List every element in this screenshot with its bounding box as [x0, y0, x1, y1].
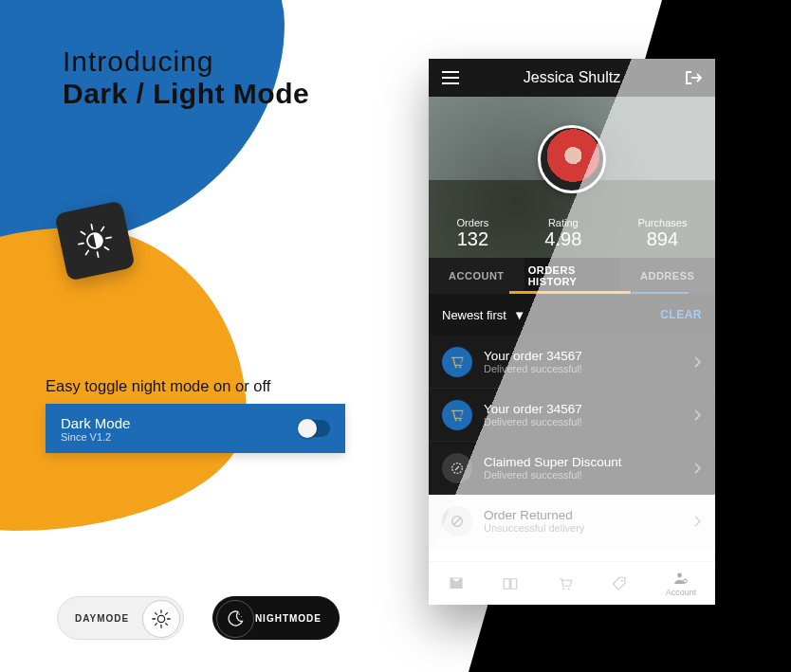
- nav-inbox[interactable]: [448, 575, 465, 592]
- chevron-right-icon: [694, 356, 702, 368]
- toggle-since: Since V1.2: [61, 431, 130, 443]
- sort-row: Newest first ▼ CLEAR: [429, 294, 715, 336]
- order-row[interactable]: Claimed Super DiscountDelivered successf…: [429, 442, 715, 495]
- bg-blob-blue: [0, 0, 285, 246]
- svg-point-33: [677, 573, 682, 578]
- svg-line-17: [166, 613, 168, 615]
- tab-orders-history[interactable]: ORDERS HISTORY: [524, 258, 620, 294]
- chevron-right-icon: [694, 516, 702, 527]
- order-row[interactable]: Order ReturnedUnsuccessful delivery: [429, 495, 715, 548]
- tab-address[interactable]: ADDRESS: [619, 258, 715, 294]
- stat-orders-label: Orders: [457, 217, 489, 228]
- chevron-right-icon: [694, 409, 702, 421]
- stat-purchases-value: 894: [637, 228, 687, 250]
- switch-knob: [298, 419, 317, 438]
- svg-point-34: [684, 579, 687, 582]
- dark-mode-toggle-row[interactable]: Dark Mode Since V1.2: [46, 404, 345, 453]
- svg-point-9: [157, 615, 164, 622]
- order-row[interactable]: Your order 34567Delivered successful!: [429, 389, 715, 442]
- svg-point-24: [459, 366, 461, 368]
- svg-point-30: [562, 588, 564, 590]
- block-icon: [442, 506, 472, 536]
- profile-tabs: ACCOUNT ORDERS HISTORY ADDRESS: [429, 258, 715, 294]
- svg-line-4: [81, 231, 84, 235]
- sort-dropdown[interactable]: Newest first ▼: [442, 308, 525, 322]
- phone-mockup: Jessica Shultz Orders 132 Rating 4.98 Pu…: [429, 59, 715, 605]
- nav-book[interactable]: [502, 575, 519, 592]
- moon-icon: [216, 600, 254, 638]
- stat-rating-label: Rating: [544, 217, 581, 228]
- order-row[interactable]: Your order 34567Delivered successful!: [429, 336, 715, 389]
- sun-icon: [142, 600, 180, 638]
- stat-rating: Rating 4.98: [544, 217, 581, 250]
- stat-orders-value: 132: [457, 228, 489, 250]
- svg-point-23: [455, 366, 457, 368]
- stat-rating-value: 4.98: [544, 228, 581, 250]
- tab-underline-active: [509, 291, 631, 294]
- profile-stats: Orders 132 Rating 4.98 Purchases 894: [429, 217, 715, 250]
- svg-line-1: [98, 252, 99, 257]
- dark-mode-switch[interactable]: [298, 420, 330, 437]
- hamburger-icon[interactable]: [442, 71, 459, 84]
- svg-line-7: [101, 227, 104, 230]
- nightmode-label: NIGHTMODE: [255, 613, 322, 624]
- svg-line-0: [91, 225, 92, 229]
- order-title: Your order 34567: [484, 349, 582, 363]
- svg-point-25: [455, 419, 457, 421]
- svg-point-31: [567, 588, 569, 590]
- svg-line-3: [106, 237, 111, 238]
- svg-line-2: [79, 244, 83, 245]
- cart-icon: [442, 400, 472, 430]
- svg-line-16: [156, 624, 157, 626]
- svg-line-15: [166, 624, 168, 626]
- cart-icon: [442, 347, 472, 377]
- svg-line-5: [104, 246, 108, 250]
- brightness-tile-icon: [54, 200, 135, 281]
- clear-button[interactable]: CLEAR: [660, 308, 702, 321]
- tab-account[interactable]: ACCOUNT: [429, 258, 524, 294]
- svg-line-29: [453, 518, 461, 525]
- nav-account-label: Account: [666, 588, 697, 597]
- avatar[interactable]: [538, 125, 606, 193]
- brightness-icon: [71, 217, 119, 264]
- heading-line1: Introducing: [63, 45, 309, 78]
- svg-point-18: [239, 613, 240, 614]
- toggle-label: Dark Mode: [61, 415, 130, 431]
- order-title: Your order 34567: [484, 402, 582, 416]
- order-sub: Unsuccessful delivery: [484, 522, 584, 534]
- toggle-subtitle: Easy toggle night mode on or off: [46, 377, 270, 395]
- svg-line-6: [85, 250, 89, 254]
- svg-point-19: [241, 616, 242, 617]
- order-sub: Delivered successful!: [484, 363, 582, 374]
- nav-cart[interactable]: [557, 575, 574, 592]
- chevron-right-icon: [694, 463, 702, 474]
- order-title: Order Returned: [484, 508, 584, 522]
- sort-label: Newest first: [442, 308, 506, 322]
- order-sub: Delivered successful!: [484, 416, 582, 427]
- profile-hero: Orders 132 Rating 4.98 Purchases 894: [429, 97, 715, 258]
- tab-underline-secondary: [632, 292, 689, 294]
- bottom-nav: Account: [429, 561, 715, 605]
- stat-orders: Orders 132: [457, 217, 489, 250]
- app-bar: Jessica Shultz: [429, 59, 715, 97]
- discount-icon: [442, 453, 472, 483]
- order-title: Claimed Super Discount: [484, 455, 622, 469]
- stat-purchases: Purchases 894: [637, 217, 687, 250]
- page-heading: Introducing Dark / Light Mode: [63, 45, 309, 110]
- order-sub: Delivered successful!: [484, 469, 622, 481]
- nav-tag[interactable]: [611, 575, 628, 592]
- nightmode-pill[interactable]: NIGHTMODE: [212, 596, 340, 640]
- svg-line-14: [156, 613, 157, 615]
- daymode-label: DAYMODE: [75, 613, 129, 624]
- stat-purchases-label: Purchases: [637, 217, 687, 228]
- svg-point-32: [621, 580, 623, 582]
- daymode-pill[interactable]: DAYMODE: [57, 596, 184, 640]
- logout-icon[interactable]: [685, 70, 702, 85]
- orders-list: Your order 34567Delivered successful! Yo…: [429, 336, 715, 548]
- heading-line2: Dark / Light Mode: [63, 78, 309, 110]
- appbar-title: Jessica Shultz: [459, 69, 685, 86]
- svg-point-26: [459, 419, 461, 421]
- nav-account[interactable]: Account: [666, 570, 697, 597]
